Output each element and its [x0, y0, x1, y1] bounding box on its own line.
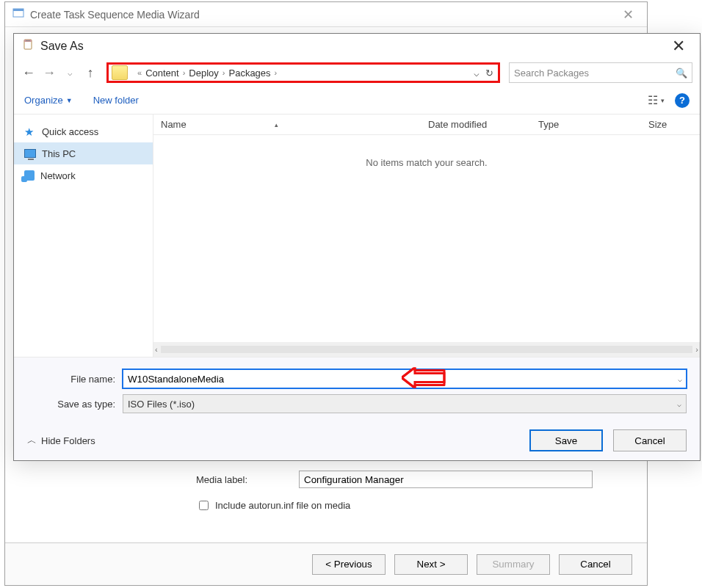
- sidebar-item-network[interactable]: Network: [14, 164, 153, 186]
- main-area: ★ Quick access This PC Network Name ▴ Da…: [14, 115, 700, 357]
- search-placeholder: Search Packages: [514, 68, 676, 79]
- previous-button[interactable]: < Previous: [312, 554, 386, 575]
- column-header-type[interactable]: Type: [531, 119, 641, 130]
- search-icon: 🔍: [676, 68, 687, 79]
- media-label-caption: Media label:: [196, 474, 299, 485]
- address-bar[interactable]: « Content › Deploy › Packages › ⌵ ↻: [106, 62, 500, 83]
- sidebar: ★ Quick access This PC Network: [14, 115, 153, 357]
- sidebar-item-this-pc[interactable]: This PC: [14, 142, 153, 164]
- up-icon[interactable]: ↑: [83, 65, 98, 81]
- forward-icon: →: [42, 65, 57, 81]
- wizard-footer: < Previous Next > Summary Cancel: [5, 542, 647, 585]
- include-autorun-checkbox[interactable]: [199, 501, 209, 510]
- scrollbar-track[interactable]: [161, 346, 693, 353]
- svg-rect-1: [13, 9, 23, 11]
- scroll-right-icon[interactable]: ›: [695, 345, 698, 354]
- save-button[interactable]: Save: [529, 429, 603, 451]
- toolbar-row: Organize ▼ New folder ☷ ▾ ?: [14, 87, 700, 115]
- column-header-date[interactable]: Date modified: [421, 119, 531, 130]
- sidebar-item-quick-access[interactable]: ★ Quick access: [14, 120, 153, 142]
- recent-dropdown-icon[interactable]: ⌵: [62, 68, 77, 78]
- chevron-down-icon: ▾: [661, 97, 665, 104]
- crumb-deploy[interactable]: Deploy: [189, 68, 218, 79]
- star-icon: ★: [24, 126, 36, 137]
- file-list: Name ▴ Date modified Type Size No items …: [153, 115, 700, 357]
- media-label-input[interactable]: [299, 471, 593, 488]
- saveastype-select[interactable]: ISO Files (*.iso) ⌵: [123, 394, 687, 413]
- chevron-down-icon: ▼: [66, 97, 73, 104]
- include-autorun-label: Include autorun.inf file on media: [215, 500, 350, 511]
- chevron-right-icon[interactable]: ›: [275, 68, 278, 77]
- sort-asc-icon: ▴: [275, 121, 278, 128]
- hide-folders-toggle[interactable]: ︿ Hide Folders: [27, 434, 95, 447]
- saveas-icon: [21, 39, 35, 54]
- wizard-titlebar: Create Task Sequence Media Wizard ✕: [5, 2, 647, 27]
- chevron-down-icon: ⌵: [677, 400, 681, 408]
- refresh-icon[interactable]: ↻: [485, 68, 493, 79]
- monitor-icon: [24, 149, 36, 158]
- svg-rect-4: [26, 40, 30, 41]
- sidebar-item-label: This PC: [42, 148, 76, 159]
- horizontal-scrollbar[interactable]: ‹ ›: [153, 342, 700, 357]
- help-icon[interactable]: ?: [675, 93, 690, 108]
- wizard-icon: [12, 7, 24, 21]
- chevron-right-icon[interactable]: ›: [222, 68, 225, 77]
- organize-menu[interactable]: Organize ▼: [24, 95, 73, 106]
- view-options-button[interactable]: ☷ ▾: [648, 93, 665, 107]
- view-icon: ☷: [648, 93, 658, 107]
- wizard-cancel-button[interactable]: Cancel: [559, 554, 632, 575]
- wizard-close-icon[interactable]: ✕: [617, 7, 640, 23]
- column-headers: Name ▴ Date modified Type Size: [153, 115, 700, 135]
- empty-message: No items match your search.: [153, 135, 700, 190]
- saveastype-label: Save as type:: [27, 399, 123, 410]
- wizard-title: Create Task Sequence Media Wizard: [30, 9, 200, 21]
- column-header-name[interactable]: Name ▴: [153, 119, 421, 130]
- crumb-overflow[interactable]: «: [137, 68, 142, 77]
- summary-button: Summary: [477, 554, 550, 575]
- filename-label: File name:: [27, 374, 123, 385]
- column-header-size[interactable]: Size: [641, 119, 700, 130]
- saveastype-value: ISO Files (*.iso): [128, 399, 195, 410]
- new-folder-button[interactable]: New folder: [93, 95, 139, 106]
- nav-row: ← → ⌵ ↑ « Content › Deploy › Packages › …: [14, 59, 700, 87]
- next-button[interactable]: Next >: [394, 554, 468, 575]
- bottom-panel: File name: ⌵ Save as type: ISO Files (*.…: [14, 357, 700, 460]
- sidebar-item-label: Network: [40, 170, 76, 181]
- network-icon: [24, 170, 35, 181]
- chevron-up-icon: ︿: [27, 434, 37, 447]
- saveas-cancel-button[interactable]: Cancel: [613, 429, 687, 451]
- filename-input[interactable]: [123, 369, 687, 388]
- saveas-titlebar: Save As ✕: [14, 34, 700, 59]
- address-dropdown-icon[interactable]: ⌵: [474, 68, 480, 79]
- crumb-packages[interactable]: Packages: [228, 68, 270, 79]
- saveas-title: Save As: [40, 40, 84, 53]
- scroll-left-icon[interactable]: ‹: [155, 345, 158, 354]
- chevron-right-icon[interactable]: ›: [183, 68, 186, 77]
- saveas-close-icon[interactable]: ✕: [665, 37, 692, 56]
- sidebar-item-label: Quick access: [42, 126, 98, 137]
- crumb-content[interactable]: Content: [145, 68, 179, 79]
- search-input[interactable]: Search Packages 🔍: [509, 62, 692, 83]
- saveas-dialog: Save As ✕ ← → ⌵ ↑ « Content › Deploy › P…: [13, 33, 701, 461]
- folder-icon: [112, 65, 128, 80]
- back-icon[interactable]: ←: [21, 65, 36, 81]
